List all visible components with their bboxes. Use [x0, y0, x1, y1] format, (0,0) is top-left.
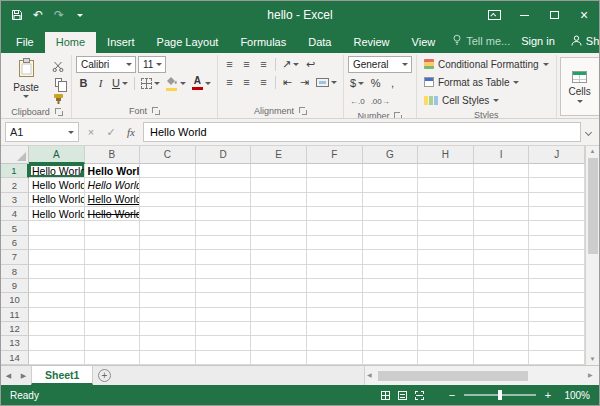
- maximize-button[interactable]: [539, 1, 569, 29]
- cell-F14[interactable]: [307, 351, 363, 365]
- row-header-3[interactable]: 3: [1, 193, 29, 207]
- cell-H3[interactable]: [418, 193, 474, 207]
- cell-C11[interactable]: [140, 308, 196, 322]
- cell-H6[interactable]: [418, 236, 474, 250]
- row-header-10[interactable]: 10: [1, 293, 29, 307]
- cell-J4[interactable]: [529, 207, 585, 221]
- formula-bar-expand-button[interactable]: [581, 130, 595, 135]
- cell-D6[interactable]: [196, 236, 252, 250]
- number-format-select[interactable]: General: [348, 56, 412, 73]
- cell-B3[interactable]: Hello World: [85, 193, 141, 207]
- cell-J14[interactable]: [529, 351, 585, 365]
- cell-H10[interactable]: [418, 293, 474, 307]
- cell-F7[interactable]: [307, 250, 363, 264]
- cell-C9[interactable]: [140, 279, 196, 293]
- column-header-A[interactable]: A: [29, 146, 85, 164]
- cell-F4[interactable]: [307, 207, 363, 221]
- cell-F9[interactable]: [307, 279, 363, 293]
- cell-C14[interactable]: [140, 351, 196, 365]
- cell-H9[interactable]: [418, 279, 474, 293]
- column-header-I[interactable]: I: [474, 146, 530, 164]
- column-header-C[interactable]: C: [140, 146, 196, 164]
- cell-C10[interactable]: [140, 293, 196, 307]
- cell-E4[interactable]: [251, 207, 307, 221]
- column-header-E[interactable]: E: [251, 146, 307, 164]
- bottom-align-button[interactable]: ≡: [256, 56, 271, 72]
- middle-align-button[interactable]: ≡: [239, 56, 254, 72]
- cell-H1[interactable]: [418, 164, 474, 178]
- orientation-button[interactable]: ↗: [280, 56, 301, 72]
- cell-B12[interactable]: [85, 322, 141, 336]
- cell-D14[interactable]: [196, 351, 252, 365]
- percent-style-button[interactable]: %: [368, 75, 383, 91]
- row-header-6[interactable]: 6: [1, 236, 29, 250]
- column-header-D[interactable]: D: [196, 146, 252, 164]
- cell-I2[interactable]: [474, 178, 530, 192]
- cell-B1[interactable]: Hello World: [85, 164, 141, 178]
- qat-customize-button[interactable]: [70, 4, 90, 26]
- cell-G4[interactable]: [363, 207, 419, 221]
- cell-F8[interactable]: [307, 265, 363, 279]
- cell-B11[interactable]: [85, 308, 141, 322]
- cell-D3[interactable]: [196, 193, 252, 207]
- cell-A8[interactable]: [29, 265, 85, 279]
- decrease-decimal-button[interactable]: .00→: [369, 93, 392, 109]
- cell-G9[interactable]: [363, 279, 419, 293]
- cell-A9[interactable]: [29, 279, 85, 293]
- row-header-4[interactable]: 4: [1, 207, 29, 221]
- cell-C8[interactable]: [140, 265, 196, 279]
- cell-B8[interactable]: [85, 265, 141, 279]
- cell-I10[interactable]: [474, 293, 530, 307]
- paste-button[interactable]: Paste: [7, 56, 45, 98]
- cell-F11[interactable]: [307, 308, 363, 322]
- scroll-up-icon[interactable]: ▲: [590, 147, 596, 156]
- scroll-left-icon[interactable]: ◀: [367, 371, 376, 380]
- cell-G2[interactable]: [363, 178, 419, 192]
- cell-A6[interactable]: [29, 236, 85, 250]
- tab-file[interactable]: File: [5, 32, 45, 53]
- fill-color-button[interactable]: [164, 75, 188, 91]
- row-header-13[interactable]: 13: [1, 336, 29, 350]
- zoom-in-button[interactable]: +: [543, 389, 553, 401]
- minimize-button[interactable]: [509, 1, 539, 29]
- zoom-slider-thumb[interactable]: [498, 390, 502, 400]
- cell-J11[interactable]: [529, 308, 585, 322]
- cell-I1[interactable]: [474, 164, 530, 178]
- cell-E5[interactable]: [251, 221, 307, 235]
- format-painter-button[interactable]: [49, 92, 67, 105]
- cell-C7[interactable]: [140, 250, 196, 264]
- zoom-slider[interactable]: [464, 394, 536, 396]
- cell-A4[interactable]: Hello World: [29, 207, 85, 221]
- column-header-J[interactable]: J: [529, 146, 585, 164]
- vertical-scrollbar-thumb[interactable]: [588, 158, 598, 254]
- cell-C4[interactable]: [140, 207, 196, 221]
- cell-E1[interactable]: [251, 164, 307, 178]
- column-header-G[interactable]: G: [363, 146, 419, 164]
- cell-D9[interactable]: [196, 279, 252, 293]
- cell-J8[interactable]: [529, 265, 585, 279]
- cell-B9[interactable]: [85, 279, 141, 293]
- cell-A2[interactable]: Hello World: [29, 178, 85, 192]
- cell-C3[interactable]: [140, 193, 196, 207]
- cell-G10[interactable]: [363, 293, 419, 307]
- row-header-9[interactable]: 9: [1, 279, 29, 293]
- ribbon-display-options-button[interactable]: [479, 1, 509, 29]
- cell-J3[interactable]: [529, 193, 585, 207]
- row-header-12[interactable]: 12: [1, 322, 29, 336]
- cell-I4[interactable]: [474, 207, 530, 221]
- cell-A5[interactable]: [29, 221, 85, 235]
- cell-C13[interactable]: [140, 336, 196, 350]
- tab-page-layout[interactable]: Page Layout: [146, 32, 230, 53]
- cell-A12[interactable]: [29, 322, 85, 336]
- copy-button[interactable]: [49, 76, 67, 89]
- conditional-formatting-button[interactable]: Conditional Formatting: [421, 56, 552, 72]
- vertical-scrollbar[interactable]: ▲ ▼: [585, 146, 599, 365]
- page-break-view-button[interactable]: [415, 391, 424, 400]
- cell-H13[interactable]: [418, 336, 474, 350]
- format-as-table-button[interactable]: Format as Table: [421, 74, 552, 90]
- cell-G6[interactable]: [363, 236, 419, 250]
- normal-view-button[interactable]: [381, 391, 390, 400]
- undo-button[interactable]: ↶: [28, 4, 48, 26]
- scroll-down-icon[interactable]: ▼: [590, 355, 596, 364]
- horizontal-scrollbar-thumb[interactable]: [378, 371, 528, 381]
